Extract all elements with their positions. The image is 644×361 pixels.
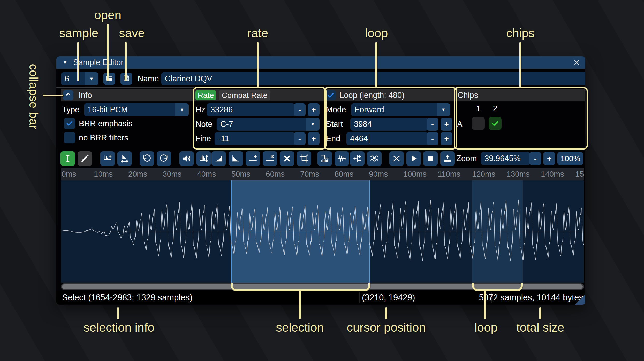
separator <box>56 87 585 88</box>
timeline-ruler[interactable]: 0ms10ms20ms30ms40ms50ms60ms70ms80ms90ms1… <box>61 168 584 180</box>
fine-input[interactable]: -11 <box>215 132 295 145</box>
zoom-value: 39.9645% <box>484 154 521 163</box>
scrollbar-thumb[interactable] <box>62 284 583 289</box>
timeline-label: 60ms <box>266 168 285 180</box>
delete-button[interactable] <box>280 151 294 166</box>
collapse-bar-button[interactable] <box>63 90 73 100</box>
create-instrument-button[interactable] <box>440 151 455 166</box>
chips-panel-header: Chips <box>454 89 585 101</box>
zoom-input[interactable]: 39.9645% <box>481 152 531 165</box>
waveform-display[interactable] <box>61 180 584 283</box>
chevron-up-icon <box>64 90 72 100</box>
note-label: Note <box>195 118 212 131</box>
loop-enable-checkbox[interactable] <box>325 90 336 100</box>
annotation-total-size: total size <box>516 320 564 334</box>
draw-tool-button[interactable] <box>78 151 92 166</box>
chip-enable-checkbox[interactable] <box>472 117 485 130</box>
hz-minus-button[interactable]: - <box>294 103 306 116</box>
status-total-size: 5072 samples, 10144 bytes <box>479 290 583 305</box>
chevron-down-icon[interactable]: ▼ <box>175 103 189 116</box>
normalize-button[interactable] <box>196 151 211 166</box>
loop-end-minus-button[interactable]: - <box>427 132 438 145</box>
loop-start-minus-button[interactable]: - <box>427 118 438 131</box>
zoom-out-button[interactable]: - <box>529 152 541 165</box>
annotation-open: open <box>94 8 122 22</box>
hz-value: 33286 <box>210 105 233 114</box>
loop-panel-title: Loop (length: 480) <box>339 89 405 101</box>
loop-end-input[interactable]: 4464 <box>346 132 428 145</box>
hz-plus-button[interactable]: + <box>308 103 320 116</box>
select-tool-button[interactable] <box>60 151 75 166</box>
sample-select[interactable]: 6 ▼ <box>61 72 98 85</box>
check-icon <box>66 120 73 127</box>
insert-silence-button[interactable] <box>246 151 260 166</box>
resize-grip[interactable] <box>575 294 585 305</box>
titlebar[interactable]: ▼ Sample Editor <box>56 56 585 69</box>
fine-minus-button[interactable]: - <box>294 132 306 145</box>
tab-rate[interactable]: Rate <box>195 90 216 100</box>
loop-end-label: End <box>326 132 340 145</box>
chips-panel: Chips 12A <box>454 89 585 147</box>
status-selection-info: Select (1654-2983: 1329 samples) <box>62 290 192 305</box>
loop-mode-value: Forward <box>351 105 437 114</box>
sample-number: 6 <box>61 74 85 83</box>
type-select[interactable]: 16-bit PCM ▼ <box>84 103 189 116</box>
annotation-loop-top: loop <box>365 26 388 40</box>
window-collapse-icon[interactable]: ▼ <box>63 60 67 65</box>
signed-unsigned-button[interactable] <box>350 151 365 166</box>
waveform-trace <box>61 180 584 283</box>
no-brr-filters-checkbox[interactable] <box>64 132 75 143</box>
mode-label: Mode <box>326 103 346 116</box>
brr-emphasis-checkbox[interactable] <box>64 118 75 129</box>
chevron-down-icon[interactable]: ▼ <box>85 72 98 85</box>
timeline-label: 110ms <box>438 168 460 180</box>
note-value: C-7 <box>217 120 306 129</box>
timeline-label: 80ms <box>335 168 353 180</box>
close-icon[interactable] <box>572 58 581 67</box>
text-caret <box>369 134 369 143</box>
timeline-label: 0ms <box>62 168 76 180</box>
resize-button[interactable] <box>100 151 115 166</box>
zoom-in-button[interactable]: + <box>543 152 555 165</box>
invert-button[interactable] <box>335 151 349 166</box>
waveform-scrollbar[interactable] <box>61 283 584 290</box>
chevron-down-icon[interactable]: ▼ <box>437 103 450 116</box>
apply-silence-button[interactable] <box>263 151 277 166</box>
panels-row: Info Type 16-bit PCM ▼ BRR emphasis no B… <box>56 89 585 147</box>
no-brr-filters-label: no BRR filters <box>79 131 128 144</box>
timeline-label: 10ms <box>94 168 113 180</box>
zoom-reset-button[interactable]: 100% <box>557 152 583 165</box>
resample-button[interactable] <box>117 151 132 166</box>
fade-in-button[interactable] <box>211 151 226 166</box>
name-input[interactable]: Clarinet DQV <box>161 72 585 85</box>
loop-start-input[interactable]: 3984 <box>350 118 428 131</box>
rate-panel-header: Rate Compat Rate <box>193 89 324 101</box>
save-button[interactable] <box>120 73 132 85</box>
chevron-down-icon[interactable]: ▼ <box>306 118 320 131</box>
loop-end-plus-button[interactable]: + <box>441 132 452 145</box>
hz-input[interactable]: 33286 <box>207 103 295 116</box>
fade-out-button[interactable] <box>229 151 243 166</box>
fine-plus-button[interactable]: + <box>308 132 320 145</box>
timeline-label: 20ms <box>128 168 147 180</box>
amplify-button[interactable] <box>179 151 194 166</box>
timeline-label: 100ms <box>403 168 427 180</box>
tab-compat-rate[interactable]: Compat Rate <box>219 90 270 100</box>
floppy-save-icon <box>123 74 130 83</box>
trim-button[interactable] <box>297 151 311 166</box>
undo-button[interactable] <box>140 151 154 166</box>
loop-start-label: Start <box>326 118 343 131</box>
reverse-button[interactable] <box>317 151 332 166</box>
filter-button[interactable] <box>367 151 382 166</box>
preview-play-button[interactable] <box>406 151 421 166</box>
loop-start-plus-button[interactable]: + <box>441 118 452 131</box>
loop-mode-select[interactable]: Forward ▼ <box>351 103 450 116</box>
open-button[interactable] <box>103 73 115 85</box>
chip-enable-checkbox[interactable] <box>489 117 502 130</box>
note-select[interactable]: C-7 ▼ <box>217 118 320 131</box>
chips-panel-title: Chips <box>458 89 478 101</box>
annotation-selection-info: selection info <box>84 320 154 334</box>
redo-button[interactable] <box>157 151 171 166</box>
crossfade-button[interactable] <box>389 151 404 166</box>
preview-stop-button[interactable] <box>423 151 438 166</box>
